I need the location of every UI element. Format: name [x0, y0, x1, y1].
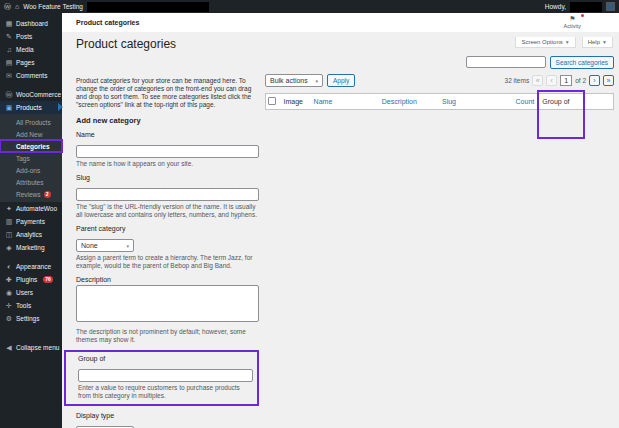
notification-dot: [581, 14, 584, 17]
sidebar-item-products[interactable]: ▣Products: [0, 101, 62, 114]
user-avatar[interactable]: [606, 2, 615, 11]
apply-button[interactable]: Apply: [327, 74, 355, 87]
column-header-description[interactable]: Description: [380, 94, 440, 110]
sidebar-item-label: Reviews: [16, 191, 41, 198]
description-help: The description is not prominent by defa…: [76, 328, 259, 344]
sidebar-item-label: Dashboard: [16, 20, 48, 27]
redacted-username: [570, 2, 602, 12]
sidebar-item-reviews[interactable]: Reviews2: [0, 188, 62, 200]
sidebar-item-label: Payments: [16, 218, 45, 225]
dashboard-icon: ▦: [5, 20, 13, 28]
sidebar-item-label: Add New: [16, 131, 42, 138]
home-icon[interactable]: ⌂: [15, 3, 19, 10]
bulk-actions-select[interactable]: Bulk actions ▾: [265, 74, 323, 87]
main-content: Product categories ⚑ Activity Screen Opt…: [62, 13, 619, 428]
sidebar-item-media[interactable]: ♫Media: [0, 43, 62, 56]
sidebar-item-label: Pages: [16, 59, 34, 66]
sidebar-item-pages[interactable]: ▤Pages: [0, 56, 62, 69]
parent-category-select[interactable]: None ▾: [76, 239, 134, 252]
description-field[interactable]: [76, 285, 259, 322]
current-page-input[interactable]: 1: [560, 75, 572, 86]
products-submenu: All ProductsAdd NewCategoriesTagsAdd-ons…: [0, 114, 62, 202]
sidebar-item-analytics[interactable]: ◫Analytics: [0, 228, 62, 241]
sidebar-item-label: Posts: [16, 33, 32, 40]
appearance-icon: ◐: [5, 263, 13, 270]
sidebar-item-dashboard[interactable]: ▦Dashboard: [0, 17, 62, 30]
parent-category-value: None: [81, 242, 98, 249]
activity-button[interactable]: ⚑ Activity: [564, 15, 581, 29]
chevron-down-icon: ▼: [565, 39, 570, 45]
sidebar-item-appearance[interactable]: ◐Appearance: [0, 260, 62, 273]
name-field[interactable]: [76, 145, 259, 158]
first-page-button: «: [532, 75, 543, 86]
search-input[interactable]: [466, 56, 546, 68]
categories-list-panel: Search categories Bulk actions ▾ Apply 3…: [265, 55, 614, 110]
pages-icon: ▤: [5, 59, 13, 67]
sidebar-item-categories[interactable]: Categories: [0, 140, 62, 152]
sidebar-item-woocommerce[interactable]: ⓌWooCommerce: [0, 88, 62, 101]
sidebar-item-marketing[interactable]: ◈Marketing: [0, 241, 62, 254]
form-section-title: Add new category: [76, 116, 259, 125]
sidebar-item-label: Categories: [16, 143, 50, 150]
description-label: Description: [76, 276, 259, 283]
screen-options-label: Screen Options: [521, 39, 562, 45]
sidebar-item-attributes[interactable]: Attributes: [0, 176, 62, 188]
tools-icon: ✛: [5, 302, 13, 310]
sidebar-item-automatewoo[interactable]: ✦AutomateWoo: [0, 202, 62, 215]
sidebar-item-collapse-menu[interactable]: ◀Collapse menu: [0, 341, 62, 354]
sidebar-item-plugins[interactable]: ✚Plugins76: [0, 273, 62, 286]
sidebar-item-label: Products: [16, 104, 42, 111]
sidebar-item-tags[interactable]: Tags: [0, 152, 62, 164]
add-category-panel: Product categories for your store can be…: [76, 77, 259, 428]
slug-field[interactable]: [76, 188, 259, 201]
sidebar-item-label: Media: [16, 46, 34, 53]
activity-label: Activity: [564, 23, 581, 29]
sidebar-item-label: Appearance: [16, 263, 51, 270]
sidebar-item-tools[interactable]: ✛Tools: [0, 299, 62, 312]
display-type-label: Display type: [76, 412, 259, 419]
automatewoo-icon: ✦: [5, 205, 13, 213]
screen-options-button[interactable]: Screen Options ▼: [515, 37, 575, 48]
plugins-icon: ✚: [5, 276, 13, 284]
slug-label: Slug: [76, 174, 259, 181]
sidebar-item-all-products[interactable]: All Products: [0, 116, 62, 128]
sidebar-item-label: Users: [16, 289, 33, 296]
search-categories-button[interactable]: Search categories: [550, 56, 614, 69]
woocommerce-icon: Ⓦ: [5, 90, 13, 100]
slug-help: The "slug" is the URL-friendly version o…: [76, 203, 259, 219]
parent-category-help: Assign a parent term to create a hierarc…: [76, 254, 259, 270]
breadcrumb-bar: Product categories ⚑ Activity: [62, 13, 619, 32]
sidebar-item-label: Tags: [16, 155, 30, 162]
group-of-annotation-box: Group of Enter a value to require custom…: [64, 350, 259, 406]
column-header-handle: [584, 94, 613, 110]
select-all-checkbox[interactable]: [268, 97, 276, 105]
site-name-link[interactable]: Woo Feature Testing: [23, 3, 83, 10]
sidebar-item-comments[interactable]: ✉Comments: [0, 69, 62, 82]
sidebar-item-add-ons[interactable]: Add-ons: [0, 164, 62, 176]
users-icon: ◉: [5, 289, 13, 297]
sidebar-item-users[interactable]: ◉Users: [0, 286, 62, 299]
last-page-button[interactable]: »: [603, 75, 614, 86]
next-page-button[interactable]: ›: [589, 75, 600, 86]
sidebar-item-settings[interactable]: ⚙Settings: [0, 312, 62, 325]
column-header-group-of: Group of: [540, 94, 584, 110]
chevron-down-icon: ▾: [126, 243, 129, 249]
howdy-text: Howdy,: [545, 3, 566, 10]
sidebar-item-label: Plugins: [16, 276, 37, 283]
column-header-count[interactable]: Count: [502, 94, 540, 110]
sidebar-item-label: Marketing: [16, 244, 45, 251]
column-header-name[interactable]: Name: [312, 94, 380, 110]
sidebar-item-posts[interactable]: ✎Posts: [0, 30, 62, 43]
analytics-icon: ◫: [5, 231, 13, 239]
column-header-slug[interactable]: Slug: [440, 94, 502, 110]
sidebar-item-payments[interactable]: ▥Payments: [0, 215, 62, 228]
sidebar-item-label: Tools: [16, 302, 31, 309]
sidebar-item-add-new[interactable]: Add New: [0, 128, 62, 140]
posts-icon: ✎: [5, 33, 13, 41]
wordpress-logo-icon[interactable]: Ⓦ: [4, 2, 11, 12]
help-button[interactable]: Help ▼: [582, 37, 613, 48]
name-help: The name is how it appears on your site.: [76, 160, 259, 168]
bulk-actions-value: Bulk actions: [270, 77, 308, 84]
sidebar-item-label: Add-ons: [16, 167, 40, 174]
group-of-field[interactable]: [78, 369, 253, 382]
